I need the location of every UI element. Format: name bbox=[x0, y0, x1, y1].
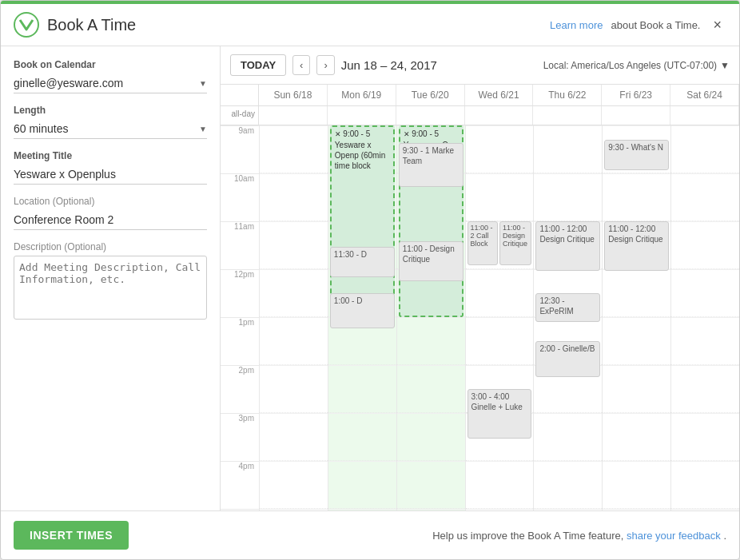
hour-slot[interactable] bbox=[534, 173, 602, 221]
description-textarea[interactable] bbox=[14, 256, 207, 320]
meeting-title-label: Meeting Title bbox=[14, 150, 207, 161]
meeting-title-input[interactable] bbox=[14, 165, 207, 185]
yesware-logo-icon bbox=[14, 12, 39, 38]
hour-slot[interactable] bbox=[260, 317, 328, 365]
day-header-mon: Mon 6/19 bbox=[328, 85, 396, 105]
hour-slot[interactable] bbox=[603, 461, 670, 509]
calendar-select[interactable]: ginelle@yesware.com bbox=[14, 73, 207, 93]
hour-slot[interactable] bbox=[397, 509, 465, 510]
all-day-thu bbox=[533, 106, 602, 125]
all-day-mon bbox=[328, 106, 396, 125]
calendar-event: 9:30 - 1 Marke Team bbox=[399, 143, 463, 187]
hour-slot[interactable] bbox=[260, 509, 328, 510]
hour-slot[interactable] bbox=[328, 509, 396, 510]
day-headers-row: Sun 6/18 Mon 6/19 Tue 6/20 Wed 6/21 Thu … bbox=[221, 85, 739, 106]
day-header-thu: Thu 6/22 bbox=[533, 85, 602, 105]
modal-title: Book A Time bbox=[47, 16, 136, 34]
hour-slot[interactable] bbox=[260, 173, 328, 221]
hour-slot[interactable] bbox=[466, 509, 534, 510]
hour-slot[interactable] bbox=[328, 413, 396, 461]
event-close-icon[interactable]: ✕ bbox=[404, 130, 412, 138]
hour-slot[interactable] bbox=[260, 125, 328, 173]
hour-slot[interactable] bbox=[534, 461, 602, 509]
time-label-1pm: 1pm bbox=[221, 317, 259, 365]
all-day-tue bbox=[396, 106, 465, 125]
calendar-event: ✕ 9:00 - 5 Yesware x Openp (60min time b… bbox=[330, 125, 395, 317]
close-button[interactable]: × bbox=[708, 15, 726, 35]
hour-slot[interactable] bbox=[260, 365, 328, 413]
hour-slot[interactable] bbox=[671, 173, 739, 221]
prev-nav-button[interactable]: ‹ bbox=[292, 55, 310, 75]
day-col-tue[interactable]: ✕ 9:00 - 5 Yesware x Op (60min time blo9… bbox=[396, 125, 465, 510]
book-on-calendar-field: Book on Calendar ginelle@yesware.com ▼ bbox=[14, 59, 207, 93]
length-select[interactable]: 60 minutes bbox=[14, 119, 207, 138]
hour-slot[interactable] bbox=[260, 413, 328, 461]
hour-slot[interactable] bbox=[671, 413, 739, 461]
hour-slot[interactable] bbox=[603, 509, 670, 510]
calendar-event: 1:00 - D bbox=[330, 293, 395, 328]
time-label-4pm: 4pm bbox=[221, 461, 259, 509]
hour-slot[interactable] bbox=[260, 221, 328, 269]
time-label-10am: 10am bbox=[221, 173, 259, 221]
hour-slot[interactable] bbox=[671, 509, 739, 510]
day-header-sat: Sat 6/24 bbox=[670, 85, 739, 105]
calendar-event: 9:30 - What's N bbox=[604, 140, 669, 170]
hour-slot[interactable] bbox=[671, 221, 739, 269]
time-labels-column: 9am10am11am12pm1pm2pm3pm4pm5pm bbox=[221, 125, 259, 510]
hour-slot[interactable] bbox=[671, 317, 739, 365]
length-label: Length bbox=[14, 105, 207, 116]
sidebar: Book on Calendar ginelle@yesware.com ▼ L… bbox=[1, 46, 221, 510]
calendar-event: 11:00 - 12:00 Design Critique bbox=[535, 221, 600, 271]
hour-slot[interactable] bbox=[671, 125, 739, 173]
time-label-9am: 9am bbox=[221, 125, 259, 173]
hour-slot[interactable] bbox=[603, 269, 670, 317]
calendar-pane: TODAY ‹ › Jun 18 – 24, 2017 Local: Ameri… bbox=[221, 46, 739, 510]
hour-slot[interactable] bbox=[260, 461, 328, 509]
time-label-11am: 11am bbox=[221, 221, 259, 269]
calendar-event: 11:00 - Design Critique bbox=[399, 241, 463, 281]
meeting-title-field: Meeting Title bbox=[14, 150, 207, 185]
hour-slot[interactable] bbox=[603, 173, 670, 221]
hour-slot[interactable] bbox=[534, 125, 602, 173]
hour-slot[interactable] bbox=[671, 269, 739, 317]
time-label-3pm: 3pm bbox=[221, 413, 259, 461]
next-nav-button[interactable]: › bbox=[316, 55, 334, 75]
learn-more-link[interactable]: Learn more bbox=[550, 19, 603, 31]
location-field: Location (Optional) bbox=[14, 196, 207, 230]
feedback-link[interactable]: share your feedback bbox=[627, 530, 721, 542]
hour-slot[interactable] bbox=[260, 269, 328, 317]
hour-slot[interactable] bbox=[466, 125, 534, 173]
calendar-event: 3:00 - 4:00 Ginelle + Luke bbox=[467, 389, 532, 439]
day-col-mon[interactable]: ✕ 9:00 - 5 Yesware x Openp (60min time b… bbox=[328, 125, 396, 510]
hour-slot[interactable] bbox=[466, 269, 534, 317]
today-button[interactable]: TODAY bbox=[230, 54, 286, 76]
header-right: Learn more about Book a Time. × bbox=[550, 15, 726, 35]
calendar-event: 11:30 - D bbox=[330, 247, 395, 277]
header-about-text: about Book a Time. bbox=[611, 19, 700, 31]
hour-slot[interactable] bbox=[466, 461, 534, 509]
hour-slot[interactable] bbox=[603, 317, 670, 365]
hour-slot[interactable] bbox=[397, 413, 465, 461]
footer-help-prefix: Help us improve the Book A Time feature, bbox=[432, 530, 623, 542]
calendar-event: 12:30 - ExPeRIM bbox=[535, 293, 600, 322]
hour-slot[interactable] bbox=[466, 173, 534, 221]
modal-header: Book A Time Learn more about Book a Time… bbox=[1, 4, 739, 46]
hour-slot[interactable] bbox=[328, 461, 396, 509]
hour-slot[interactable] bbox=[671, 365, 739, 413]
hour-slot[interactable] bbox=[603, 413, 670, 461]
insert-times-button[interactable]: INSERT TIMES bbox=[14, 521, 129, 550]
hour-slot[interactable] bbox=[671, 461, 739, 509]
hour-slot[interactable] bbox=[466, 317, 534, 365]
event-close-icon[interactable]: ✕ bbox=[335, 130, 344, 138]
hour-slot[interactable] bbox=[534, 509, 602, 510]
hour-slot[interactable] bbox=[397, 365, 465, 413]
hour-slot[interactable] bbox=[603, 365, 670, 413]
hour-slot[interactable] bbox=[534, 413, 602, 461]
footer-period: . bbox=[723, 530, 726, 542]
hour-slot[interactable] bbox=[328, 365, 396, 413]
day-header-tue: Tue 6/20 bbox=[396, 85, 465, 105]
timezone-selector[interactable]: Local: America/Los Angeles (UTC-07:00) ▼ bbox=[543, 60, 730, 71]
location-input[interactable] bbox=[14, 210, 207, 230]
hour-slot[interactable] bbox=[397, 317, 465, 365]
hour-slot[interactable] bbox=[397, 461, 465, 509]
